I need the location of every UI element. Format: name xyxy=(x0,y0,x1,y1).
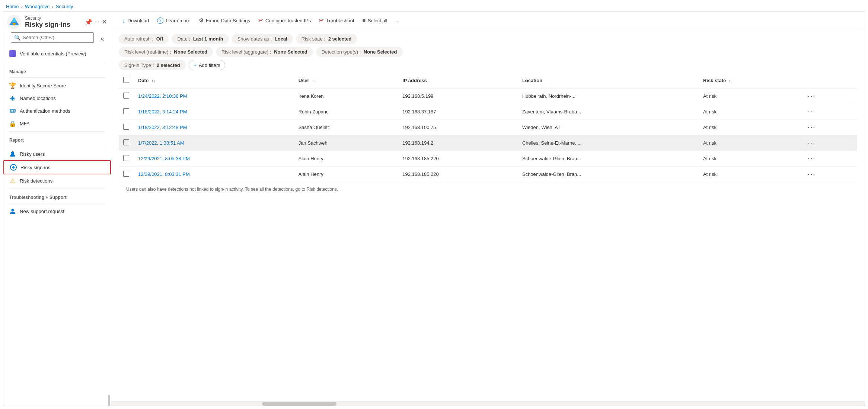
sign-in-type-label: Sign-in Type xyxy=(124,62,151,68)
row-actions-2[interactable]: ··· xyxy=(801,120,857,135)
actions-column-header xyxy=(801,73,857,88)
row-menu-1[interactable]: ··· xyxy=(805,107,818,116)
filter-risk-level-rt[interactable]: Risk level (real-time) : None Selected xyxy=(119,47,213,57)
risky-sign-ins-table: Date ↑↓ User ↑↓ IP address Location Risk… xyxy=(119,73,857,182)
row-date-2[interactable]: 1/18/2022, 3:12:48 PM xyxy=(134,120,294,135)
breadcrumb-woodgrove[interactable]: Woodgrove xyxy=(25,4,50,9)
row-menu-0[interactable]: ··· xyxy=(805,91,818,100)
sidebar-item-verifiable-credentials[interactable]: Verifiable credentials (Preview) xyxy=(3,47,111,60)
sidebar-item-label: New support request xyxy=(20,209,64,214)
trophy-icon: 🏆 xyxy=(9,82,16,89)
row-checkbox-cell xyxy=(119,88,134,104)
row-location-0: Hubbelrath, Nordrhein-... xyxy=(518,88,699,104)
date-column-header[interactable]: Date ↑↓ xyxy=(134,73,294,88)
export-data-settings-button[interactable]: ⚙ Export Data Settings xyxy=(195,15,254,26)
risk-state-column-header[interactable]: Risk state ↑↓ xyxy=(699,73,801,88)
header-ellipsis[interactable]: ··· xyxy=(95,19,99,25)
download-button[interactable]: ↓ Download xyxy=(119,15,153,26)
learn-more-label: Learn more xyxy=(166,18,190,23)
row-actions-0[interactable]: ··· xyxy=(801,88,857,104)
filter-risk-level-agg[interactable]: Risk level (aggregate) : None Selected xyxy=(216,47,313,57)
search-input[interactable] xyxy=(23,35,90,40)
row-user-0: Irena Koren xyxy=(294,88,398,104)
filter-show-dates[interactable]: Show dates as : Local xyxy=(232,34,293,44)
page-title: Risky sign-ins xyxy=(25,21,70,29)
sign-in-type-colon: : xyxy=(151,62,155,68)
row-checkbox-cell xyxy=(119,151,134,167)
table-row: 12/29/2021, 8:03:31 PM Alain Henry 192.1… xyxy=(119,167,857,182)
sidebar-item-auth-methods[interactable]: Authentication methods xyxy=(3,104,111,117)
row-checkbox-4[interactable] xyxy=(123,155,129,161)
row-date-4[interactable]: 12/29/2021, 8:05:38 PM xyxy=(134,151,294,167)
configure-trusted-ips-button[interactable]: ✂ Configure trusted IPs xyxy=(255,15,315,26)
sidebar-item-label: Risk detections xyxy=(20,178,52,184)
row-actions-3[interactable]: ··· xyxy=(801,135,857,151)
row-checkbox-0[interactable] xyxy=(123,93,129,99)
filter-sign-in-type[interactable]: Sign-in Type : 2 selected xyxy=(119,60,186,70)
row-menu-3[interactable]: ··· xyxy=(805,138,818,147)
row-checkbox-5[interactable] xyxy=(123,171,129,177)
toolbar-more-button[interactable]: ··· xyxy=(392,16,403,26)
sidebar-item-risky-sign-ins[interactable]: Risky sign-ins xyxy=(3,160,111,174)
row-ip-4: 192.168.185.220 xyxy=(398,151,518,167)
detection-type-colon: : xyxy=(358,49,362,55)
add-filter-button[interactable]: + Add filters xyxy=(189,60,225,70)
show-dates-label: Show dates as xyxy=(237,36,269,42)
date-value: Last 1 month xyxy=(193,36,223,42)
sidebar-item-label: Named locations xyxy=(20,96,56,101)
row-date-5[interactable]: 12/29/2021, 8:03:31 PM xyxy=(134,167,294,182)
export-data-label: Export Data Settings xyxy=(206,18,250,23)
info-icon: i xyxy=(157,17,163,24)
report-divider xyxy=(9,131,105,132)
row-actions-4[interactable]: ··· xyxy=(801,151,857,167)
learn-more-button[interactable]: i Learn more xyxy=(153,15,194,26)
search-box[interactable]: 🔍 xyxy=(11,32,94,43)
scrollbar-thumb[interactable] xyxy=(262,402,336,406)
row-menu-4[interactable]: ··· xyxy=(805,154,818,163)
row-actions-5[interactable]: ··· xyxy=(801,167,857,182)
filter-detection-type[interactable]: Detection type(s) : None Selected xyxy=(316,47,403,57)
user-column-header[interactable]: User ↑↓ xyxy=(294,73,398,88)
row-ip-3: 192.168.194.2 xyxy=(398,135,518,151)
sidebar-item-mfa[interactable]: 🔒 MFA xyxy=(3,117,111,130)
sidebar-item-risky-users[interactable]: Risky users xyxy=(3,148,111,160)
row-menu-2[interactable]: ··· xyxy=(805,123,818,132)
row-date-3[interactable]: 1/7/2022, 1:38:51 AM xyxy=(134,135,294,151)
filter-date[interactable]: Date : Last 1 month xyxy=(172,34,229,44)
row-checkbox-2[interactable] xyxy=(123,124,129,130)
sidebar-item-new-support-request[interactable]: New support request xyxy=(3,205,111,218)
horizontal-scrollbar[interactable] xyxy=(111,401,865,406)
row-checkbox-1[interactable] xyxy=(123,108,129,114)
risk-state-value: 2 selected xyxy=(328,36,352,42)
row-date-1[interactable]: 1/18/2022, 3:14:24 PM xyxy=(134,104,294,120)
report-divider2 xyxy=(9,146,105,146)
troubleshoot-button[interactable]: ✂ Troubleshoot xyxy=(315,15,358,26)
row-date-0[interactable]: 1/24/2022, 2:10:38 PM xyxy=(134,88,294,104)
table-row: 1/24/2022, 2:10:38 PM Irena Koren 192.16… xyxy=(119,88,857,104)
support-section-label: Troubleshooting + Support xyxy=(3,190,111,202)
pin-icon[interactable]: 📌 xyxy=(85,19,92,26)
sidebar-item-label: MFA xyxy=(20,121,30,126)
select-all-checkbox[interactable] xyxy=(123,77,129,83)
filter-risk-state[interactable]: Risk state : 2 selected xyxy=(296,34,357,44)
filter-auto-refresh[interactable]: Auto refresh : Off xyxy=(119,34,169,44)
row-menu-5[interactable]: ··· xyxy=(805,170,818,178)
breadcrumb-security[interactable]: Security xyxy=(56,4,73,9)
content-area: ↓ Download i Learn more ⚙ Export Data Se… xyxy=(111,12,865,406)
sidebar-item-identity-secure-score[interactable]: 🏆 Identity Secure Score xyxy=(3,79,111,92)
row-checkbox-3[interactable] xyxy=(123,139,129,145)
sidebar-item-risk-detections[interactable]: ⚠ Risk detections xyxy=(3,174,111,187)
table-row: 1/18/2022, 3:12:48 PM Sasha Ouellet 192.… xyxy=(119,120,857,135)
manage-section-label: Manage xyxy=(3,65,111,76)
date-label: Date xyxy=(177,36,187,42)
sidebar-item-named-locations[interactable]: ◈ Named locations xyxy=(3,92,111,104)
close-button[interactable]: ✕ xyxy=(102,18,107,26)
troubleshoot-label: Troubleshoot xyxy=(326,18,354,23)
sidebar-nav: Verifiable credentials (Preview) Manage … xyxy=(3,47,111,403)
select-all-button[interactable]: ≡ Select all xyxy=(359,15,391,26)
row-actions-1[interactable]: ··· xyxy=(801,104,857,120)
header-checkbox-cell xyxy=(119,73,134,88)
breadcrumb-home[interactable]: Home xyxy=(6,4,19,9)
sidebar-collapse-button[interactable]: « xyxy=(98,32,107,46)
add-filter-icon: + xyxy=(194,62,197,68)
